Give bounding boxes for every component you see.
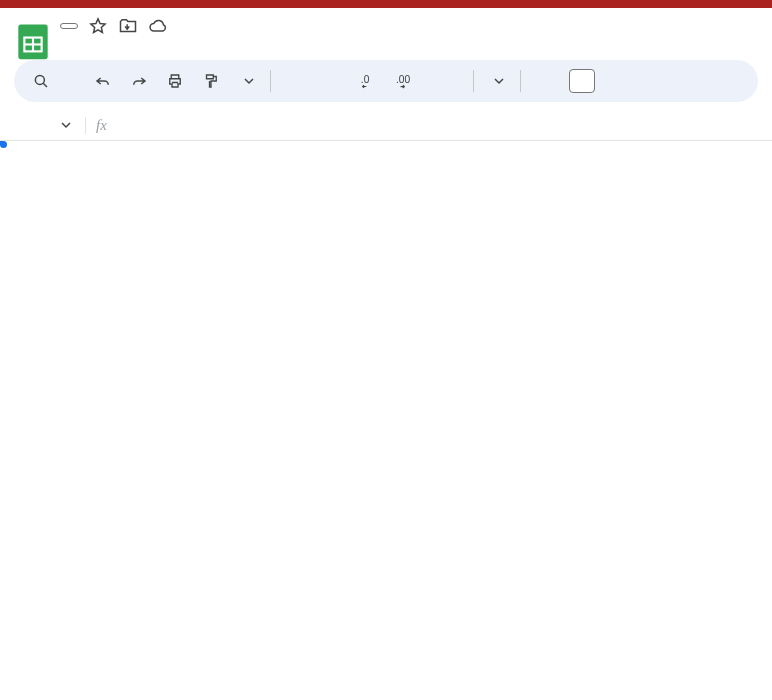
- menu-bar: [60, 36, 758, 58]
- document-title[interactable]: [60, 23, 78, 29]
- menu-view[interactable]: [96, 42, 112, 50]
- toolbar: .0 .00: [14, 60, 758, 102]
- zoom-dropdown[interactable]: [232, 66, 258, 96]
- print-button[interactable]: [160, 66, 190, 96]
- search-menus[interactable]: [26, 70, 68, 92]
- paint-format-button[interactable]: [196, 66, 226, 96]
- menu-data[interactable]: [150, 42, 166, 50]
- menu-format[interactable]: [132, 42, 148, 50]
- font-size-input[interactable]: [569, 69, 595, 93]
- active-cell-handle[interactable]: [0, 141, 7, 148]
- decrease-decimal-button[interactable]: .0: [355, 66, 385, 96]
- formula-bar-row: fx: [0, 114, 772, 141]
- menu-tools[interactable]: [168, 42, 184, 50]
- svg-line-5: [43, 83, 47, 87]
- menu-help[interactable]: [204, 42, 220, 50]
- app-header: [0, 8, 772, 60]
- formula-bar[interactable]: [117, 114, 772, 136]
- more-formats-button[interactable]: [431, 66, 461, 96]
- move-icon[interactable]: [118, 16, 138, 36]
- percent-button[interactable]: [319, 66, 349, 96]
- menu-insert[interactable]: [114, 42, 130, 50]
- fx-icon: fx: [85, 117, 117, 134]
- undo-button[interactable]: [88, 66, 118, 96]
- svg-text:.00: .00: [396, 74, 411, 85]
- name-box-dropdown[interactable]: [47, 120, 85, 130]
- cloud-status-icon[interactable]: [148, 16, 168, 36]
- increase-font-button[interactable]: [601, 66, 631, 96]
- menu-extensions[interactable]: [186, 42, 202, 50]
- sheets-logo[interactable]: [14, 22, 52, 60]
- increase-decimal-button[interactable]: .00: [391, 66, 425, 96]
- svg-text:.0: .0: [361, 74, 370, 85]
- menu-file[interactable]: [60, 42, 76, 50]
- menu-edit[interactable]: [78, 42, 94, 50]
- star-icon[interactable]: [88, 16, 108, 36]
- currency-button[interactable]: [283, 66, 313, 96]
- font-dropdown[interactable]: [486, 66, 508, 96]
- redo-button[interactable]: [124, 66, 154, 96]
- decrease-font-button[interactable]: [533, 66, 563, 96]
- svg-point-4: [35, 75, 44, 84]
- browser-top-bar: [0, 0, 772, 8]
